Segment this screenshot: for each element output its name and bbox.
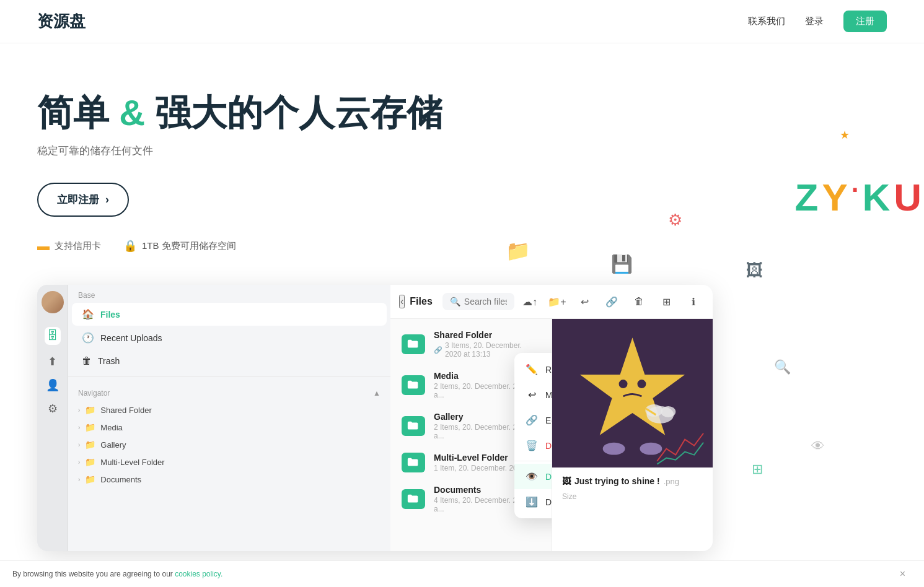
svg-point-8 bbox=[603, 443, 625, 455]
zyku-u: U bbox=[894, 175, 924, 219]
svg-point-3 bbox=[637, 380, 646, 388]
link-button[interactable]: 🔗 bbox=[601, 291, 622, 312]
feature-credit-card: ▬ 支持信用卡 bbox=[37, 239, 101, 253]
folder-icon: 📁 bbox=[85, 457, 95, 467]
search-input[interactable] bbox=[464, 297, 507, 307]
feature-credit-card-label: 支持信用卡 bbox=[55, 240, 101, 252]
hdd-icon: 💾 bbox=[611, 254, 633, 274]
new-folder-button[interactable]: 📁+ bbox=[547, 291, 568, 312]
nav-item-documents[interactable]: › 📁 Documents bbox=[68, 471, 390, 488]
app-window: 🗄 ⬆ 👤 ⚙ Base 🏠 Files 🕐 Recent Uploads 🗑 … bbox=[37, 285, 713, 551]
preview-filename: 🖼 Just trying to shine ! .png bbox=[562, 476, 703, 486]
zyku-dot: · bbox=[851, 175, 861, 219]
download-icon: ⬇️ bbox=[526, 496, 538, 508]
files-header-label: Files bbox=[410, 296, 432, 307]
chevron-icon: › bbox=[78, 424, 80, 431]
edit-sharing-icon: 🔗 bbox=[526, 414, 538, 426]
preview-image bbox=[552, 319, 713, 467]
folder-icon-documents bbox=[402, 489, 425, 509]
preview-info: 🖼 Just trying to shine ! .png Size bbox=[552, 467, 713, 510]
user-icon[interactable]: 👤 bbox=[46, 378, 59, 392]
recent-icon: 🕐 bbox=[82, 332, 94, 344]
zyku-z: Z bbox=[795, 175, 821, 219]
hero-title: 简单 & 强大的个人云存储 bbox=[37, 93, 887, 133]
info-button[interactable]: ℹ bbox=[683, 291, 704, 312]
folder-plus-icon: 📁 bbox=[506, 239, 530, 263]
hero-section: 简单 & 强大的个人云存储 稳定可靠的储存任何文件 立即注册 › ▬ 支持信用卡… bbox=[0, 43, 924, 253]
delete-button[interactable]: 🗑 bbox=[628, 291, 649, 312]
view-toggle-button[interactable]: ⊞ bbox=[656, 291, 677, 312]
avatar[interactable] bbox=[42, 291, 64, 313]
sidebar-item-trash[interactable]: 🗑 Trash bbox=[72, 350, 387, 372]
cookie-close-button[interactable]: × bbox=[900, 568, 905, 580]
ctx-rename[interactable]: ✏️ Rename bbox=[514, 357, 552, 382]
navigator-section: Navigator ▲ › 📁 Shared Folder › 📁 Media … bbox=[68, 380, 390, 493]
upload-icon[interactable]: ⬆ bbox=[48, 355, 57, 368]
nav-item-shared-folder[interactable]: › 📁 Shared Folder bbox=[68, 401, 390, 419]
zyku-y: Y bbox=[822, 175, 850, 219]
link-indicator-icon: 🔗 bbox=[434, 346, 442, 354]
folder-icon: 📁 bbox=[85, 422, 95, 432]
hero-title-part1: 简单 bbox=[37, 92, 109, 133]
rename-icon: ✏️ bbox=[526, 363, 538, 375]
folder-icon-gallery bbox=[402, 416, 425, 436]
star-gold-icon: ★ bbox=[840, 128, 850, 142]
feature-storage-label: 1TB 免费可用储存空间 bbox=[142, 240, 236, 252]
image-file-icon: 🖼 bbox=[562, 476, 571, 486]
search-decorative-icon: 🔍 bbox=[774, 359, 791, 375]
eye-icon: 👁 bbox=[811, 438, 825, 454]
gear-icon: ⚙ bbox=[668, 211, 682, 230]
ctx-move[interactable]: ↩ Move bbox=[514, 382, 552, 407]
files-icon: 🏠 bbox=[82, 308, 94, 320]
star-illustration bbox=[552, 319, 713, 467]
cta-arrow-icon: › bbox=[105, 193, 109, 206]
upload-button[interactable]: ☁↑ bbox=[519, 291, 540, 312]
ctx-download[interactable]: ⬇️ Download bbox=[514, 489, 552, 515]
toolbar: ‹ Files 🔍 ☁↑ 📁+ ↩ 🔗 🗑 ⊞ ℹ bbox=[390, 285, 713, 319]
svg-point-6 bbox=[661, 406, 675, 417]
sidebar-icon-strip: 🗄 ⬆ 👤 ⚙ bbox=[37, 285, 68, 551]
search-bar: 🔍 bbox=[442, 293, 514, 310]
cookie-policy-link[interactable]: cookies policy. bbox=[175, 570, 222, 578]
back-button[interactable]: ‹ bbox=[399, 295, 405, 308]
hero-cta-label: 立即注册 bbox=[57, 193, 99, 207]
chevron-icon: › bbox=[78, 459, 80, 466]
sidebar-divider bbox=[68, 376, 390, 376]
nav-login[interactable]: 登录 bbox=[805, 15, 824, 27]
lock-icon: 🔒 bbox=[123, 239, 137, 253]
files-tab-icon[interactable]: 🗄 bbox=[45, 327, 61, 345]
sidebar-base-label: Base bbox=[68, 285, 390, 302]
file-list: Shared Folder 🔗 3 Items, 20. December. 2… bbox=[390, 319, 552, 551]
move-button[interactable]: ↩ bbox=[574, 291, 595, 312]
ctx-edit-sharing[interactable]: 🔗 Edit Sharing bbox=[514, 407, 552, 433]
preview-panel: 🖼 Just trying to shine ! .png Size bbox=[552, 319, 713, 551]
sidebar-trash-label: Trash bbox=[98, 356, 120, 366]
navigator-label: Navigator ▲ bbox=[68, 385, 390, 401]
settings-icon[interactable]: ⚙ bbox=[48, 402, 58, 415]
nav-item-media[interactable]: › 📁 Media bbox=[68, 419, 390, 436]
nav-item-gallery[interactable]: › 📁 Gallery bbox=[68, 436, 390, 453]
hero-cta-button[interactable]: 立即注册 › bbox=[37, 183, 129, 217]
sidebar-files-label: Files bbox=[100, 310, 120, 320]
ctx-detail[interactable]: 👁️ Detail bbox=[514, 464, 552, 489]
main-content: ‹ Files 🔍 ☁↑ 📁+ ↩ 🔗 🗑 ⊞ ℹ bbox=[390, 285, 713, 551]
toolbar-actions: ☁↑ 📁+ ↩ 🔗 🗑 ⊞ ℹ bbox=[519, 291, 704, 312]
navbar: 资源盘 联系我们 登录 注册 bbox=[0, 0, 924, 43]
nav-register-button[interactable]: 注册 bbox=[843, 11, 887, 32]
chevron-icon: › bbox=[78, 476, 80, 483]
folder-icon: 📁 bbox=[85, 440, 95, 450]
feature-storage: 🔒 1TB 免费可用储存空间 bbox=[123, 239, 236, 253]
ctx-delete[interactable]: 🗑️ Delete bbox=[514, 433, 552, 458]
folder-icon: 📁 bbox=[85, 405, 95, 415]
svg-point-9 bbox=[640, 443, 662, 455]
nav-contact[interactable]: 联系我们 bbox=[748, 15, 785, 27]
zyku-brand: Z Y · K U bbox=[795, 175, 924, 219]
nav-item-multi-level[interactable]: › 📁 Multi-Level Folder bbox=[68, 453, 390, 471]
zyku-k: K bbox=[862, 175, 892, 219]
sidebar-recent-label: Recent Uploads bbox=[100, 333, 162, 343]
sidebar-item-files[interactable]: 🏠 Files bbox=[72, 303, 387, 326]
hero-amp: & bbox=[119, 92, 145, 133]
delete-icon: 🗑️ bbox=[526, 440, 538, 451]
folder-icon-media bbox=[402, 375, 425, 395]
sidebar-item-recent[interactable]: 🕐 Recent Uploads bbox=[72, 326, 387, 349]
